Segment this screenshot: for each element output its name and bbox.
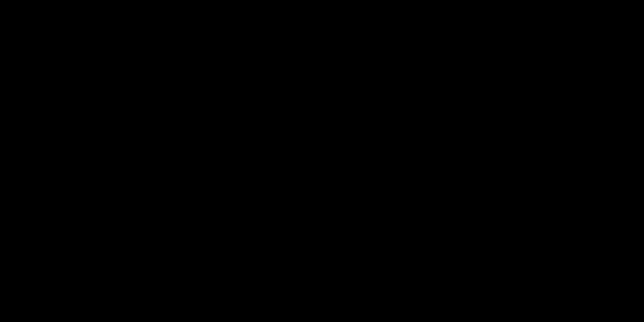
- meteor-station-screen: [0, 0, 644, 322]
- radiant-map-and-activity-plot: [0, 0, 644, 322]
- observation-header: [113, 4, 125, 63]
